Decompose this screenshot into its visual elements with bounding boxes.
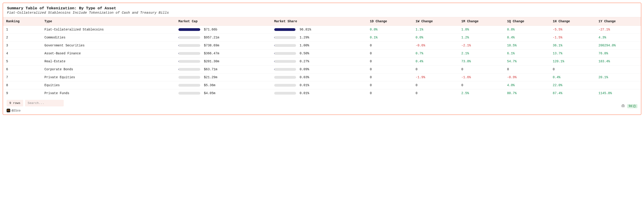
d1-value: 0.0% bbox=[370, 28, 378, 31]
h1-cell: 87.4% bbox=[550, 89, 595, 97]
market-share-cell: 1.29% bbox=[271, 34, 367, 42]
data-age-text: 9d bbox=[629, 105, 632, 108]
y1-value: 1145.8% bbox=[598, 91, 612, 95]
market-share-cell-value: 96.81% bbox=[300, 28, 311, 31]
col-1h-change[interactable]: 1H Change bbox=[550, 17, 595, 26]
w1-cell: 0 bbox=[412, 81, 458, 89]
attribution-text: @21co bbox=[12, 109, 20, 112]
bar-fill bbox=[274, 28, 296, 31]
q1-value: 18.5% bbox=[507, 44, 516, 47]
type-value: Asset-Based Finance bbox=[44, 52, 81, 55]
market-cap-cell-value: $366.47m bbox=[204, 52, 219, 55]
screenshot-icon[interactable] bbox=[621, 104, 625, 108]
q1-value: 80.7% bbox=[507, 91, 516, 95]
market-cap-cell: $5.36m bbox=[175, 81, 271, 89]
bar-track bbox=[274, 36, 296, 39]
bar-track bbox=[178, 76, 200, 79]
col-ranking[interactable]: Ranking bbox=[3, 17, 41, 26]
d1-value: 0 bbox=[370, 91, 372, 95]
card-subtitle: Fiat-Collateralized Stablecoins Include … bbox=[7, 11, 637, 15]
m1-cell: 0 bbox=[458, 81, 504, 89]
y1-value: 4.3% bbox=[598, 36, 606, 39]
market-cap-cell-value: $71.66b bbox=[204, 28, 217, 31]
col-market-share[interactable]: Market Share bbox=[271, 17, 367, 26]
table-row[interactable]: 4Asset-Based Finance$366.47m0.50%00.7%2.… bbox=[3, 50, 641, 57]
table-row[interactable]: 9Private Funds$4.05m0.01%002.5%80.7%87.4… bbox=[3, 89, 641, 97]
ranking-cell: 1 bbox=[3, 26, 41, 34]
type-value: Commodities bbox=[44, 36, 65, 39]
q1-cell: 18.5% bbox=[504, 42, 550, 50]
ranking-cell: 7 bbox=[3, 73, 41, 81]
ranking-cell: 2 bbox=[3, 34, 41, 42]
d1-value: 0 bbox=[370, 60, 372, 63]
d1-cell: 0 bbox=[366, 73, 412, 81]
d1-value: 0.1% bbox=[370, 36, 378, 39]
market-share-cell-value: 0.27% bbox=[300, 60, 309, 63]
type-value: Equities bbox=[44, 83, 60, 87]
col-1w-change[interactable]: 1W Change bbox=[412, 17, 458, 26]
table-row[interactable]: 7Private Equities$21.29m0.03%0-1.9%-1.6%… bbox=[3, 73, 641, 81]
h1-value: 0.4% bbox=[553, 75, 560, 79]
table-row[interactable]: 8Equities$5.36m0.01%0004.0%22.0% bbox=[3, 81, 641, 89]
table-row[interactable]: 1Fiat-Collateralized Stablecoins$71.66b9… bbox=[3, 26, 641, 34]
market-cap-cell: $63.71m bbox=[175, 65, 271, 73]
ranking-cell: 9 bbox=[3, 89, 41, 97]
market-cap-cell-value: $201.30m bbox=[204, 60, 219, 63]
market-cap-cell-value: $63.71m bbox=[204, 67, 217, 71]
bar-fill bbox=[274, 44, 274, 47]
market-share-cell: 0.50% bbox=[271, 50, 367, 57]
y1-cell bbox=[595, 81, 641, 89]
bar-track bbox=[178, 28, 200, 31]
h1-cell: 22.0% bbox=[550, 81, 595, 89]
col-market-cap[interactable]: Market Cap bbox=[175, 17, 271, 26]
type-cell: Equities bbox=[41, 81, 175, 89]
q1-value: 4.0% bbox=[507, 83, 515, 87]
bar-track bbox=[274, 44, 296, 47]
bar-fill bbox=[178, 36, 179, 39]
bar-track bbox=[274, 60, 296, 63]
market-cap-cell-value: $5.36m bbox=[204, 83, 215, 87]
w1-cell: 0.0% bbox=[412, 34, 458, 42]
h1-cell: 0.4% bbox=[550, 73, 595, 81]
bar-track bbox=[178, 52, 200, 55]
h1-value: 120.1% bbox=[553, 60, 564, 63]
q1-cell: 4.0% bbox=[504, 81, 550, 89]
table-row[interactable]: 3Government Securities$738.69m1.00%0-0.6… bbox=[3, 42, 641, 50]
w1-value: 0.7% bbox=[416, 52, 423, 55]
m1-cell: 1.2% bbox=[458, 34, 504, 42]
ranking-value: 4 bbox=[6, 52, 8, 55]
m1-value: 2.5% bbox=[461, 91, 469, 95]
d1-cell: 0 bbox=[366, 89, 412, 97]
d1-cell: 0 bbox=[366, 65, 412, 73]
col-1d-change[interactable]: 1D Change bbox=[366, 17, 412, 26]
col-1m-change[interactable]: 1M Change bbox=[458, 17, 504, 26]
d1-cell: 0 bbox=[366, 81, 412, 89]
col-1q-change[interactable]: 1Q Change bbox=[504, 17, 550, 26]
d1-cell: 0 bbox=[366, 50, 412, 57]
market-share-cell-value: 0.50% bbox=[300, 52, 309, 55]
h1-cell: -5.5% bbox=[550, 26, 595, 34]
d1-value: 0 bbox=[370, 83, 372, 87]
card-footer: 9 rows 21 @21co 9d bbox=[3, 97, 641, 115]
search-input[interactable] bbox=[25, 100, 64, 106]
d1-cell: 0 bbox=[366, 57, 412, 65]
market-cap-cell: $71.66b bbox=[175, 26, 271, 34]
col-1y-change[interactable]: 1Y Change bbox=[595, 17, 641, 26]
table-row[interactable]: 5Real-Estate$201.30m0.27%00.4%73.0%54.7%… bbox=[3, 57, 641, 65]
table-row[interactable]: 2Commodities$957.21m1.29%0.1%0.0%1.2%0.4… bbox=[3, 34, 641, 42]
w1-cell: 0.4% bbox=[412, 57, 458, 65]
q1-cell: 6.1% bbox=[504, 50, 550, 57]
market-cap-cell: $21.29m bbox=[175, 73, 271, 81]
bar-track bbox=[178, 44, 200, 47]
y1-value: 200294.0% bbox=[598, 44, 616, 47]
y1-value: 183.4% bbox=[598, 60, 610, 63]
card-title: Summary Table of Tokenization: By Type o… bbox=[7, 6, 637, 10]
w1-cell: 1.1% bbox=[412, 26, 458, 34]
bar-track bbox=[274, 68, 296, 71]
bar-track bbox=[178, 84, 200, 87]
table-row[interactable]: 6Corporate Bonds$63.71m0.09%00000 bbox=[3, 65, 641, 73]
ranking-value: 5 bbox=[6, 60, 8, 63]
col-type[interactable]: Type bbox=[41, 17, 175, 26]
q1-cell: 0 bbox=[504, 65, 550, 73]
row-count-badge: 9 rows bbox=[6, 100, 23, 106]
